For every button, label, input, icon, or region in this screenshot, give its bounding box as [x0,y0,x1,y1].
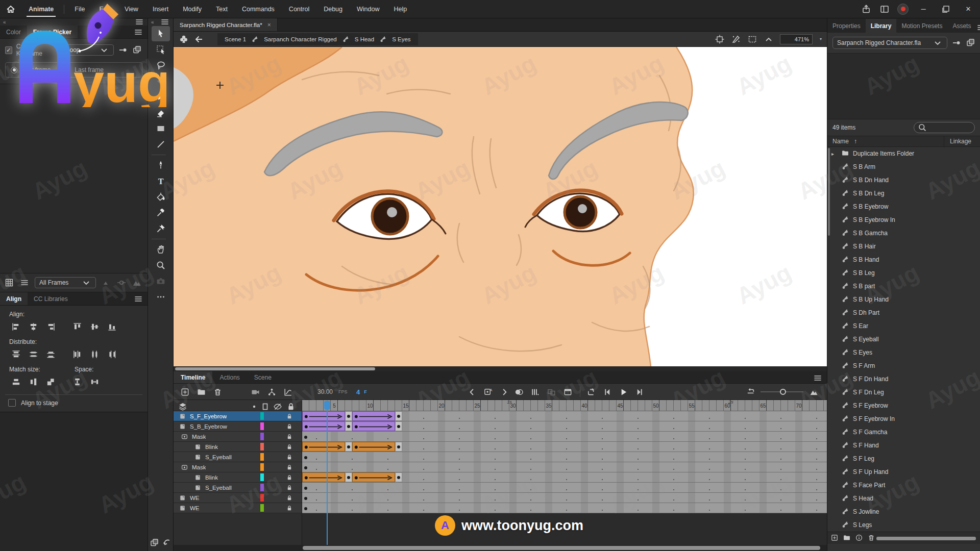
collapse-panels-icon[interactable]: « [3,19,6,25]
breadcrumb-item[interactable]: Scene 1 [225,36,246,42]
window-restore-button[interactable] [938,2,953,16]
layer-color-swatch[interactable] [260,494,264,502]
panel-menu-icon[interactable] [134,17,144,27]
layer-color-swatch[interactable] [260,504,264,512]
library-search-input[interactable] [914,122,975,133]
text-tool[interactable]: T [152,173,170,189]
tween-span[interactable] [302,411,345,421]
align-left-button[interactable] [8,320,23,333]
window-close-button[interactable]: ✕ [961,2,976,16]
undo-arrow-icon[interactable] [162,538,172,548]
step-back-icon[interactable] [601,386,613,398]
eyedropper-tool[interactable] [152,205,170,220]
keyframe-cell[interactable] [345,472,352,482]
edit-symbols-icon[interactable] [179,34,189,44]
layer-row[interactable]: S_B_Eyebrow [174,421,302,432]
keyframe-cell[interactable] [345,411,352,421]
match-height-button[interactable] [26,375,41,388]
new-symbol-icon[interactable] [830,534,840,543]
panel-menu-icon[interactable] [813,373,827,383]
lock-icon[interactable] [286,474,293,482]
lock-icon[interactable] [286,494,293,502]
resize-timeline-icon[interactable] [807,386,820,398]
library-item[interactable]: S B Leg [827,266,980,280]
breadcrumb-item[interactable]: S Eyes [392,36,410,42]
keyframe-dot[interactable] [304,436,307,439]
lock-icon[interactable] [286,433,293,441]
library-item[interactable]: S Eyeball [827,333,980,346]
play-icon[interactable] [617,386,629,398]
lock-icon[interactable] [286,484,293,492]
library-item[interactable]: S Head [827,492,980,505]
zoom-dropdown-icon[interactable]: ▾ [820,37,822,41]
lock-icon[interactable] [286,413,293,420]
library-item[interactable]: S Face Part [827,479,980,492]
loop-playback-icon[interactable] [584,386,597,398]
list-view-icon[interactable] [19,278,30,288]
tab-motion-presets[interactable]: Motion Presets [896,19,947,33]
lasso-tool[interactable] [152,58,170,73]
highlight-column-icon[interactable] [249,402,257,410]
library-item[interactable]: S Eyes [827,346,980,359]
keyframe-dot[interactable] [304,497,307,500]
library-item[interactable]: S F Gamcha [827,425,980,439]
library-item[interactable]: S B Arm [827,160,980,173]
layer-color-swatch[interactable] [260,422,264,430]
library-item[interactable]: S B Hand [827,253,980,266]
frame-rate-display[interactable]: 30.00FPS [317,384,348,400]
timeline-ruler[interactable]: 5101520253035404550556065701s2s [302,400,827,411]
align-to-stage-checkbox[interactable]: ✓ [8,399,16,407]
collapse-panels-icon[interactable]: « [151,19,154,25]
keyframe-dot[interactable] [304,456,307,459]
library-item[interactable]: S F Dn Hand [827,372,980,386]
lock-icon[interactable] [286,443,293,451]
keyframe-cell[interactable] [345,421,352,431]
dist-center-button[interactable] [87,347,102,361]
frames-row[interactable] [302,432,827,442]
tween-span[interactable] [302,472,345,482]
eraser-tool[interactable] [152,105,170,120]
timeline-horizontal-scrollbar[interactable] [174,545,827,551]
next-keyframe-icon[interactable] [498,386,510,398]
layer-parenting-icon[interactable] [265,386,278,398]
sort-ascending-icon[interactable]: ↑ [854,138,857,145]
tab-library[interactable]: Library [866,19,897,33]
library-horizontal-scrollbar[interactable] [876,537,976,540]
onion-skin-icon[interactable] [512,386,525,398]
library-item[interactable]: S F Eyebrow In [827,412,980,425]
timeline-zoom-slider[interactable] [761,391,803,392]
menu-edit[interactable]: Edit [92,0,117,18]
pin-icon[interactable] [118,45,128,55]
library-item[interactable]: S F Dn Leg [827,386,980,399]
new-folder-icon[interactable] [195,386,207,398]
align-top-button[interactable] [69,320,85,333]
breadcrumb-item[interactable]: Sarpanch Character Rigged [264,36,337,42]
line-tool[interactable] [152,137,170,152]
first-frame-radio[interactable] [11,67,17,73]
tab-assets[interactable]: Assets [947,19,976,33]
document-tab[interactable]: Sarpanch Rigged Character.fla* × [174,18,278,31]
column-linkage[interactable]: Linkage [950,138,971,145]
zoom-tool[interactable] [152,258,170,273]
frames-row[interactable] [302,411,827,421]
menu-animate[interactable]: Animate [21,0,61,18]
tween-span[interactable] [352,421,395,431]
menu-file[interactable]: File [67,0,92,18]
menu-control[interactable]: Control [282,0,316,18]
library-item[interactable]: S B Dn Leg [827,187,980,200]
lock-icon[interactable] [286,423,293,431]
column-divider[interactable] [944,136,944,147]
library-vertical-scrollbar[interactable] [828,148,830,236]
onion-skin-outlines-icon[interactable] [529,386,541,398]
close-icon[interactable]: × [267,21,271,29]
tab-align[interactable]: Align [0,292,28,305]
tween-span[interactable] [352,472,395,482]
tab-color[interactable]: Color [0,26,27,38]
puppet-pin-tool[interactable] [152,221,170,236]
library-item[interactable]: S B part [827,280,980,293]
menu-commands[interactable]: Commands [235,0,282,18]
menu-window[interactable]: Window [350,0,386,18]
breadcrumb-item[interactable]: S Head [355,36,374,42]
space-h-button[interactable] [87,375,102,388]
tab-actions[interactable]: Actions [212,371,247,383]
